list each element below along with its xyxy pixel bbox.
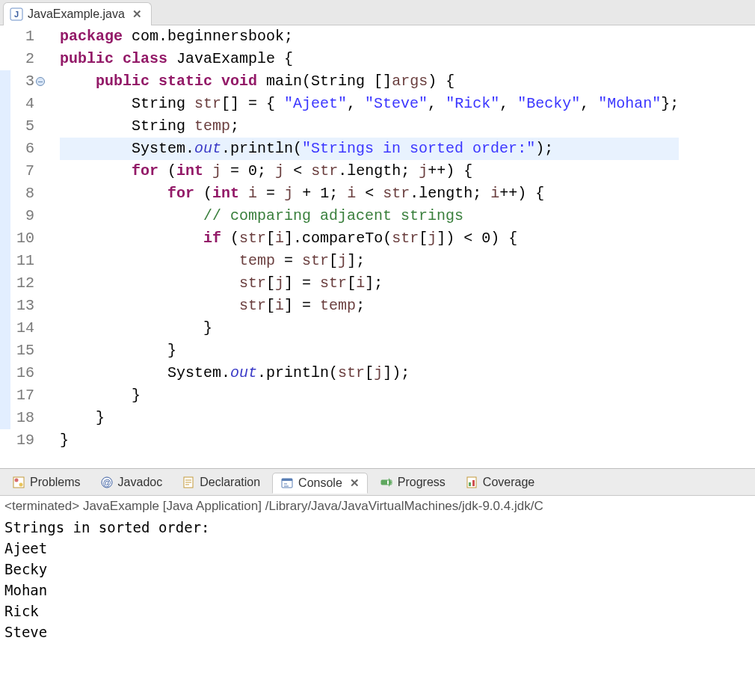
fold-toggle-icon[interactable]: [36, 77, 45, 86]
line-number: 14: [13, 317, 34, 340]
console-icon: [280, 476, 294, 490]
editor-tab-active[interactable]: J JavaExample.java ✕: [3, 2, 152, 25]
code-line[interactable]: // comparing adjacent strings: [60, 205, 679, 227]
line-number: 1: [13, 25, 34, 48]
close-icon[interactable]: ✕: [132, 7, 142, 21]
line-number: 6: [13, 138, 34, 160]
code-line[interactable]: }: [60, 384, 679, 407]
line-number: 18: [13, 407, 34, 429]
tab-console-label: Console: [298, 476, 342, 490]
svg-rect-2: [13, 477, 24, 488]
close-icon[interactable]: ✕: [350, 476, 360, 490]
change-marker-strip: [0, 25, 10, 452]
code-line[interactable]: if (str[i].compareTo(str[j]) < 0) {: [60, 227, 679, 250]
svg-rect-16: [381, 480, 387, 485]
svg-rect-18: [467, 477, 476, 488]
code-line[interactable]: str[i] = temp;: [60, 295, 679, 317]
fold-column: [40, 25, 55, 452]
svg-rect-19: [469, 482, 471, 486]
line-number: 8: [13, 182, 34, 205]
java-file-icon: J: [10, 7, 23, 21]
editor-tab-bar: J JavaExample.java ✕: [0, 0, 755, 25]
tab-progress[interactable]: Progress: [372, 473, 453, 492]
line-number: 9: [13, 205, 34, 227]
code-line[interactable]: }: [60, 429, 679, 452]
svg-rect-12: [282, 479, 292, 481]
code-line[interactable]: }: [60, 340, 679, 362]
svg-marker-17: [389, 478, 392, 487]
line-number: 15: [13, 340, 34, 362]
code-line[interactable]: }: [60, 407, 679, 429]
problems-icon: [12, 476, 25, 489]
line-number: 2: [13, 48, 34, 70]
code-line[interactable]: }: [60, 317, 679, 340]
svg-text:J: J: [14, 10, 19, 19]
tab-declaration[interactable]: Declaration: [174, 473, 268, 492]
tab-coverage-label: Coverage: [483, 476, 534, 489]
console-status-line: <terminated> JavaExample [Java Applicati…: [0, 496, 755, 515]
svg-rect-20: [472, 480, 475, 486]
line-number: 17: [13, 384, 34, 407]
code-line[interactable]: public static void main(String []args) {: [60, 70, 679, 93]
javadoc-icon: @: [100, 476, 114, 489]
progress-icon: [380, 476, 393, 489]
line-number: 3: [13, 70, 34, 93]
tab-problems[interactable]: Problems: [4, 473, 88, 492]
line-number: 19: [13, 429, 34, 452]
code-line[interactable]: String temp;: [60, 115, 679, 138]
line-number: 11: [13, 250, 34, 272]
code-line[interactable]: package com.beginnersbook;: [60, 25, 679, 48]
code-line[interactable]: System.out.println("Strings in sorted or…: [60, 138, 679, 160]
code-line[interactable]: for (int j = 0; j < str.length; j++) {: [60, 160, 679, 182]
tab-problems-label: Problems: [30, 476, 81, 489]
code-line[interactable]: String str[] = { "Ajeet", "Steve", "Rick…: [60, 93, 679, 115]
code-line[interactable]: for (int i = j + 1; i < str.length; i++)…: [60, 182, 679, 205]
code-editor[interactable]: 12345678910111213141516171819 package co…: [0, 25, 755, 452]
bottom-panel: Problems @ Javadoc Declaration Console ✕: [0, 468, 755, 651]
line-number: 7: [13, 160, 34, 182]
bottom-tab-bar: Problems @ Javadoc Declaration Console ✕: [0, 469, 755, 496]
code-content[interactable]: package com.beginnersbook;public class J…: [55, 25, 679, 452]
tab-console[interactable]: Console ✕: [272, 473, 368, 494]
tab-javadoc-label: Javadoc: [118, 476, 163, 489]
code-line[interactable]: public class JavaExample {: [60, 48, 679, 70]
line-number: 4: [13, 93, 34, 115]
tab-declaration-label: Declaration: [200, 476, 260, 489]
declaration-icon: [182, 476, 195, 489]
console-output[interactable]: Strings in sorted order: Ajeet Becky Moh…: [0, 515, 755, 651]
line-number: 16: [13, 362, 34, 384]
tab-coverage[interactable]: Coverage: [457, 473, 542, 492]
svg-text:@: @: [102, 478, 111, 487]
line-number: 10: [13, 227, 34, 250]
line-number: 12: [13, 272, 34, 295]
svg-point-3: [15, 478, 19, 482]
line-number-gutter: 12345678910111213141516171819: [10, 25, 40, 452]
svg-point-4: [19, 482, 23, 486]
tab-javadoc[interactable]: @ Javadoc: [93, 473, 170, 492]
code-line[interactable]: temp = str[j];: [60, 250, 679, 272]
line-number: 13: [13, 295, 34, 317]
line-number: 5: [13, 115, 34, 138]
tab-progress-label: Progress: [398, 476, 446, 489]
code-line[interactable]: str[j] = str[i];: [60, 272, 679, 295]
code-line[interactable]: System.out.println(str[j]);: [60, 362, 679, 384]
coverage-icon: [465, 476, 478, 489]
editor-tab-label: JavaExample.java: [28, 7, 125, 21]
